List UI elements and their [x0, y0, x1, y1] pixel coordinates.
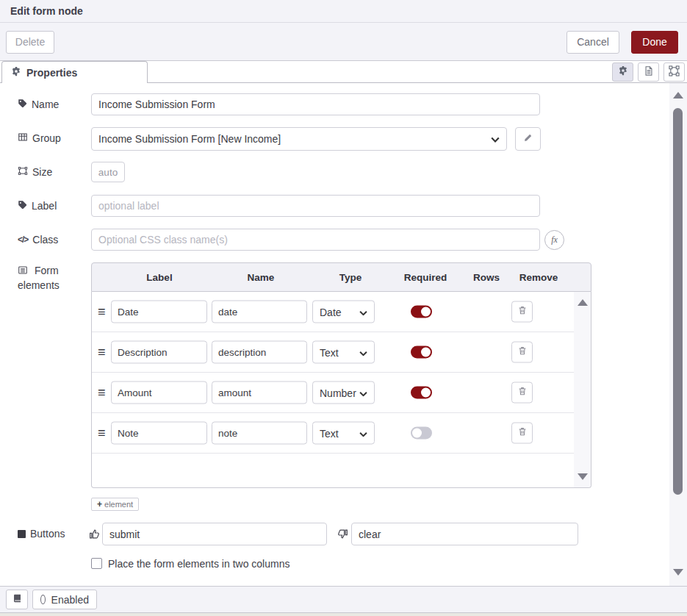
- description-view-button[interactable]: [638, 62, 659, 82]
- scroll-up-arrow-icon[interactable]: [673, 92, 683, 99]
- remove-element-button[interactable]: [511, 382, 533, 404]
- fx-expand-button[interactable]: fx: [544, 230, 564, 250]
- submit-button-text-input[interactable]: [102, 523, 327, 545]
- panel-scrollbar[interactable]: [669, 83, 687, 586]
- edit-form-node-dialog: Edit form node Delete Cancel Done Proper…: [0, 0, 687, 616]
- add-element-label: element: [104, 500, 133, 509]
- buttons-field-label: Buttons: [18, 528, 65, 540]
- tab-bar: Properties: [0, 61, 687, 83]
- remove-element-button[interactable]: [511, 423, 533, 444]
- element-type-value: Date: [320, 306, 342, 318]
- element-label-input[interactable]: [111, 301, 207, 323]
- element-type-select[interactable]: Number: [312, 382, 375, 404]
- node-enabled-button[interactable]: Enabled: [32, 590, 97, 609]
- element-label-input[interactable]: [111, 422, 207, 445]
- dialog-title: Edit form node: [0, 0, 687, 23]
- tab-properties[interactable]: Properties: [1, 61, 148, 83]
- toggle-knob: [412, 429, 422, 438]
- two-columns-checkbox-label: Place the form elements in two columns: [108, 558, 289, 570]
- element-type-select[interactable]: Text: [312, 341, 375, 364]
- required-toggle[interactable]: [411, 346, 432, 359]
- remove-element-button[interactable]: [511, 301, 533, 323]
- edit-group-button[interactable]: [515, 127, 541, 151]
- document-icon: [644, 65, 654, 79]
- scroll-up-arrow-icon[interactable]: [578, 299, 588, 306]
- element-label-input[interactable]: [111, 341, 207, 364]
- chevron-down-icon: [359, 306, 367, 318]
- object-group-icon: [18, 166, 28, 178]
- node-help-button[interactable]: [6, 590, 28, 609]
- col-header-type: Type: [339, 272, 362, 283]
- toggle-knob: [421, 307, 431, 317]
- add-element-button[interactable]: + element: [91, 498, 139, 511]
- tag-icon: [18, 200, 27, 212]
- required-toggle[interactable]: [411, 387, 432, 399]
- form-elements-field-label: Form elements: [18, 264, 75, 293]
- tag-icon: [18, 99, 27, 110]
- properties-view-button[interactable]: [612, 62, 633, 82]
- plus-icon: +: [97, 499, 102, 509]
- toggle-knob: [421, 348, 431, 357]
- element-name-input[interactable]: [212, 341, 307, 364]
- list-icon: [18, 265, 31, 277]
- status-circle-icon: [40, 595, 46, 604]
- drag-handle-icon[interactable]: ≡: [98, 426, 106, 440]
- element-type-select[interactable]: Date: [312, 301, 375, 323]
- col-header-remove: Remove: [519, 272, 558, 283]
- element-label-input[interactable]: [111, 382, 207, 404]
- size-field-label: Size: [18, 166, 52, 178]
- chevron-down-icon: [359, 387, 367, 398]
- required-toggle[interactable]: [411, 306, 432, 318]
- drag-handle-icon[interactable]: ≡: [98, 345, 106, 359]
- drag-handle-icon[interactable]: ≡: [98, 386, 106, 399]
- form-elements-table: Label Name Type Required Rows Remove ≡ D…: [91, 262, 591, 488]
- chevron-down-icon: [359, 346, 367, 358]
- properties-panel: Name Group Income Submission Form [New I…: [0, 83, 687, 586]
- element-name-input[interactable]: [212, 422, 307, 445]
- gear-icon: [618, 65, 628, 79]
- remove-element-button[interactable]: [511, 342, 533, 363]
- table-row: ≡ Number: [92, 373, 574, 413]
- name-field-label: Name: [18, 99, 59, 110]
- table-row: ≡ Text: [92, 332, 574, 373]
- appearance-view-button[interactable]: [663, 62, 685, 82]
- scroll-down-arrow-icon[interactable]: [578, 473, 588, 480]
- square-icon: [18, 530, 26, 538]
- toggle-knob: [421, 388, 431, 398]
- tray-tools: [612, 62, 685, 82]
- element-type-select[interactable]: Text: [312, 422, 375, 445]
- element-name-input[interactable]: [212, 382, 307, 404]
- col-header-name: Name: [248, 272, 275, 283]
- size-button[interactable]: auto: [91, 162, 125, 182]
- thumbs-down-icon: [337, 528, 349, 540]
- scrollbar-thumb[interactable]: [673, 108, 683, 495]
- group-select[interactable]: Income Submission Form [New Income]: [91, 127, 507, 151]
- table-row: ≡ Date: [92, 292, 574, 332]
- done-button[interactable]: Done: [631, 31, 678, 54]
- book-icon: [12, 593, 22, 606]
- col-header-required: Required: [404, 272, 447, 283]
- form-elements-list: ≡ Date ≡: [91, 292, 591, 488]
- class-input[interactable]: [91, 229, 540, 251]
- label-input[interactable]: [91, 195, 540, 217]
- scroll-down-arrow-icon[interactable]: [673, 569, 683, 576]
- list-scrollbar[interactable]: [574, 292, 591, 487]
- two-columns-checkbox[interactable]: [91, 558, 102, 569]
- drag-handle-icon[interactable]: ≡: [98, 305, 106, 318]
- tab-properties-label: Properties: [26, 67, 77, 79]
- label-field-label: Label: [18, 200, 57, 212]
- name-input[interactable]: [91, 93, 540, 115]
- required-toggle[interactable]: [411, 427, 432, 440]
- element-name-input[interactable]: [212, 301, 307, 323]
- form-elements-table-header: Label Name Type Required Rows Remove: [91, 262, 591, 292]
- table-row: ≡ Text: [92, 413, 574, 454]
- delete-button[interactable]: Delete: [6, 31, 54, 54]
- node-appearance-icon: [669, 65, 680, 79]
- trash-icon: [517, 345, 528, 359]
- clear-button-text-input[interactable]: [351, 523, 578, 545]
- table-icon: [18, 132, 28, 144]
- element-type-value: Text: [320, 427, 339, 439]
- cancel-button[interactable]: Cancel: [566, 31, 619, 54]
- gear-icon: [11, 66, 21, 79]
- enabled-label: Enabled: [51, 594, 89, 606]
